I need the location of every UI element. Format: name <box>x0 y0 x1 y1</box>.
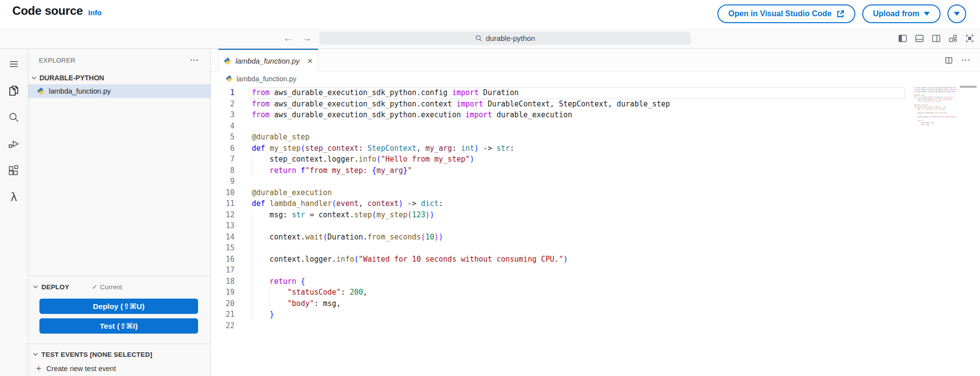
extensions-icon[interactable] <box>0 157 28 184</box>
split-editor-icon[interactable] <box>945 56 953 65</box>
code-line: 3from aws_durable_execution_sdk_python.e… <box>211 109 980 121</box>
upload-from-label: Upload from <box>873 9 919 18</box>
deploy-status-label: Current <box>100 283 122 291</box>
code-line: 9 <box>211 176 980 187</box>
search-value: durable-python <box>486 34 535 42</box>
code-line: 12 msg: str = context.step(my_step(123)) <box>211 209 980 221</box>
menu-icon[interactable] <box>0 51 28 77</box>
layout-controls <box>898 28 975 48</box>
chevron-down-icon <box>32 283 39 291</box>
code-editor[interactable]: 1from aws_durable_execution_sdk_python.c… <box>211 85 980 376</box>
explorer-sidebar: EXPLORER ⋯ DURABLE-PYTHON lambda_functio… <box>28 49 211 376</box>
overview-ruler-mark <box>960 86 977 88</box>
explorer-icon[interactable] <box>0 77 28 104</box>
command-search-input[interactable]: durable-python <box>319 32 691 45</box>
test-button[interactable]: Test (⇧⌘I) <box>39 318 198 334</box>
plus-icon: + <box>36 363 41 374</box>
python-file-icon <box>224 57 232 65</box>
customize-layout-icon[interactable] <box>948 34 958 43</box>
workbench: λ EXPLORER ⋯ DURABLE-PYTHON lambda_funct… <box>0 48 980 376</box>
python-file-icon <box>226 75 233 82</box>
ide-toolbar: ← → durable-python <box>0 28 980 48</box>
code-line: 22 <box>211 320 980 332</box>
caret-down-icon <box>954 12 960 16</box>
page-title: Code source <box>12 4 83 18</box>
test-events-header[interactable]: TEST EVENTS [NONE SELECTED] <box>32 347 210 361</box>
fullscreen-icon[interactable] <box>965 34 975 43</box>
run-debug-icon[interactable] <box>0 131 28 157</box>
code-line: 2from aws_durable_execution_sdk_python.c… <box>211 99 980 110</box>
code-line: 16 context.logger.info("Waited for 10 se… <box>211 254 980 265</box>
back-arrow-button[interactable]: ← <box>283 33 293 44</box>
editor-more-icon[interactable]: ⋯ <box>961 58 970 63</box>
code-line: 13 <box>211 220 980 232</box>
test-events-section: TEST EVENTS [NONE SELECTED] + Create new… <box>28 343 210 376</box>
external-link-icon <box>836 10 845 18</box>
search-view-icon[interactable] <box>0 104 28 131</box>
header-actions: Open in Visual Studio Code Upload from <box>717 4 966 23</box>
console-header: Code source Info Open in Visual Studio C… <box>0 0 980 28</box>
code-line: 11def lambda_handler(event, context) -> … <box>211 198 980 209</box>
explorer-title: EXPLORER <box>39 57 75 64</box>
folder-name: DURABLE-PYTHON <box>39 74 104 82</box>
code-line: 5@durable_step <box>211 132 980 143</box>
code-line: 18 return { <box>211 276 980 287</box>
deploy-title: DEPLOY <box>41 283 69 291</box>
more-actions-button[interactable] <box>947 4 966 23</box>
aws-lambda-icon[interactable]: λ <box>0 184 28 210</box>
activity-bar: λ <box>0 49 28 376</box>
code-line: 10@durable_execution <box>211 187 980 199</box>
code-line: 6def my_step(step_context: StepContext, … <box>211 143 980 154</box>
info-link[interactable]: Info <box>88 8 102 17</box>
open-in-vscode-button[interactable]: Open in Visual Studio Code <box>717 4 855 23</box>
upload-from-button[interactable]: Upload from <box>862 4 941 23</box>
code-line: 8 return f"from my_step: {my_arg}" <box>211 165 980 176</box>
chevron-down-icon <box>32 350 39 358</box>
deploy-button[interactable]: Deploy (⇧⌘U) <box>39 299 198 314</box>
code-line: 15 <box>211 242 980 254</box>
deploy-status: ✓Current <box>92 283 122 291</box>
code-line: 20 "body": msg, <box>211 298 980 309</box>
toggle-secondary-sidebar-icon[interactable] <box>931 34 941 43</box>
code-line: 14 context.wait(Duration.from_seconds(10… <box>211 232 980 243</box>
toggle-sidebar-icon[interactable] <box>898 34 908 43</box>
editor-group: lambda_function.py ✕ ⋯ lambda_function.p… <box>211 49 980 376</box>
python-file-icon <box>37 87 45 95</box>
caret-down-icon <box>924 12 930 16</box>
code-line: 19 "statusCode": 200, <box>211 287 980 298</box>
toggle-panel-icon[interactable] <box>914 34 924 43</box>
forward-arrow-button[interactable]: → <box>302 33 312 44</box>
breadcrumb[interactable]: lambda_function.py <box>211 72 980 85</box>
deploy-section: DEPLOY ✓Current Deploy (⇧⌘U) Test (⇧⌘I) <box>28 275 210 343</box>
check-icon: ✓ <box>92 283 98 291</box>
code-line: 21 } <box>211 309 980 320</box>
create-test-event-button[interactable]: + Create new test event <box>32 361 210 376</box>
file-name: lambda_function.py <box>49 87 111 95</box>
code-line: 7 step_context.logger.info("Hello from m… <box>211 154 980 165</box>
tab-title: lambda_function.py <box>236 57 300 65</box>
explorer-more-icon[interactable]: ⋯ <box>190 58 199 63</box>
create-test-event-label: Create new test event <box>46 365 116 373</box>
close-icon[interactable]: ✕ <box>307 57 313 65</box>
breadcrumb-item: lambda_function.py <box>237 75 296 83</box>
minimap[interactable]: from aws_durable_execution_sdk_python.co… <box>909 87 956 132</box>
open-in-vscode-label: Open in Visual Studio Code <box>728 9 832 18</box>
code-line: 1from aws_durable_execution_sdk_python.c… <box>211 87 980 99</box>
chevron-down-icon <box>30 74 38 82</box>
tab-lambda-function[interactable]: lambda_function.py ✕ <box>218 49 318 72</box>
tab-bar: lambda_function.py ✕ ⋯ <box>211 49 980 72</box>
code-line: 17 <box>211 265 980 276</box>
code-lines: 1from aws_durable_execution_sdk_python.c… <box>211 85 980 331</box>
file-row-lambda-function[interactable]: lambda_function.py <box>28 84 210 98</box>
deploy-section-header[interactable]: DEPLOY ✓Current <box>32 279 210 294</box>
test-events-title: TEST EVENTS [NONE SELECTED] <box>41 351 152 358</box>
folder-row-durable-python[interactable]: DURABLE-PYTHON <box>28 71 210 84</box>
search-icon <box>475 34 482 42</box>
code-line: 4 <box>211 121 980 132</box>
